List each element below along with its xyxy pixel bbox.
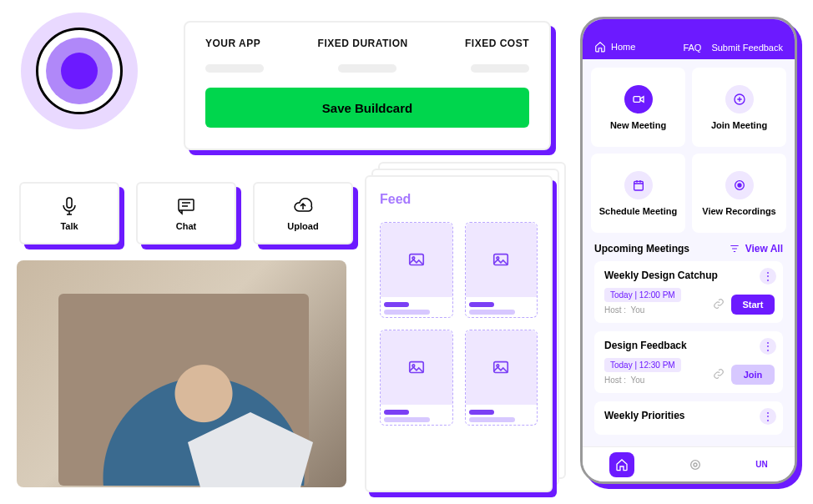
view-recordings-tile[interactable]: View Recordings (692, 154, 786, 233)
meeting-time-badge: Today | 12:30 PM (604, 358, 681, 372)
chat-icon (176, 196, 196, 216)
meeting-title: Design Feedback (604, 340, 775, 351)
talk-card[interactable]: Talk (19, 182, 119, 244)
feed-card: Feed (365, 175, 553, 492)
buildcard-col-app: YOUR APP (205, 38, 260, 49)
faq-link[interactable]: FAQ (683, 43, 701, 53)
record-icon (725, 171, 754, 199)
svg-rect-0 (67, 198, 72, 208)
buildcard-panel: YOUR APP FIXED DURATION FIXED COST Save … (184, 21, 551, 150)
image-icon (407, 359, 426, 377)
meeting-menu-button[interactable]: ⋮ (760, 338, 776, 355)
view-all-link[interactable]: View All (729, 243, 783, 255)
tile-label: New Meeting (610, 120, 666, 130)
chat-card[interactable]: Chat (136, 182, 236, 244)
microphone-icon (59, 196, 79, 216)
image-icon (407, 251, 426, 270)
feed-tile[interactable] (380, 222, 453, 318)
join-meeting-tile[interactable]: Join Meeting (692, 68, 786, 147)
hero-photo (17, 260, 346, 487)
link-icon[interactable] (713, 298, 725, 313)
home-label: Home (611, 42, 635, 52)
meeting-join-button[interactable]: Join (731, 365, 775, 385)
nav-profile-initials[interactable]: UN (755, 460, 767, 469)
tile-label: Join Meeting (711, 120, 767, 130)
video-icon (624, 85, 653, 113)
meeting-time-badge: Today | 12:00 PM (604, 288, 681, 302)
tile-label: View Recordings (702, 206, 775, 216)
bullseye-logo (21, 13, 138, 129)
phone-header: Home FAQ Submit Feedback (583, 19, 795, 59)
talk-label: Talk (60, 221, 78, 231)
buildcard-col-duration: FIXED DURATION (318, 38, 408, 49)
upcoming-heading: Upcoming Meetings (594, 243, 689, 255)
svg-rect-10 (634, 96, 640, 102)
save-buildcard-button[interactable]: Save Buildcard (205, 88, 529, 128)
meeting-menu-button[interactable]: ⋮ (760, 408, 776, 425)
schedule-meeting-tile[interactable]: Schedule Meeting (591, 154, 685, 233)
image-icon (492, 359, 510, 377)
svg-point-15 (690, 460, 699, 469)
skeleton-bar (205, 64, 264, 73)
feed-tile[interactable] (465, 330, 538, 426)
feed-tile[interactable] (465, 222, 538, 318)
meeting-card: Weekly Design Catchup ⋮Today | 12:00 PM … (594, 261, 783, 323)
upload-card[interactable]: Upload (253, 182, 353, 244)
submit-feedback-link[interactable]: Submit Feedback (711, 43, 783, 53)
filter-icon (729, 243, 740, 255)
chat-label: Chat (176, 221, 196, 231)
meeting-menu-button[interactable]: ⋮ (760, 268, 776, 285)
meeting-card: Design Feedback ⋮Today | 12:30 PM Host :… (594, 331, 783, 393)
nav-home-button[interactable] (609, 452, 634, 477)
meeting-title: Weekly Design Catchup (604, 270, 775, 281)
meeting-title: Weekly Priorities (604, 410, 775, 421)
upload-label: Upload (287, 221, 318, 231)
plus-circle-icon (725, 85, 754, 113)
home-icon (594, 41, 606, 53)
home-icon (615, 458, 629, 471)
svg-rect-12 (634, 181, 643, 190)
feed-title: Feed (380, 192, 538, 207)
svg-point-16 (694, 463, 697, 466)
skeleton-bar (471, 64, 529, 73)
meeting-card: Weekly Priorities ⋮ (594, 401, 783, 435)
feed-card-stack: Feed (365, 175, 553, 492)
meeting-start-button[interactable]: Start (731, 295, 775, 315)
nav-record-icon[interactable] (689, 458, 702, 471)
feed-tile[interactable] (380, 330, 453, 426)
calendar-icon (624, 171, 653, 199)
home-link[interactable]: Home (594, 41, 635, 53)
new-meeting-tile[interactable]: New Meeting (591, 68, 685, 147)
buildcard-col-cost: FIXED COST (465, 38, 529, 49)
tile-label: Schedule Meeting (599, 206, 678, 216)
phone-bottom-nav: UN (583, 446, 795, 481)
skeleton-bar (338, 64, 396, 73)
link-icon[interactable] (713, 368, 725, 383)
svg-rect-1 (179, 199, 194, 210)
action-cards-row: Talk Chat Upload (19, 182, 353, 244)
image-icon (492, 251, 510, 270)
cloud-upload-icon (293, 196, 313, 216)
svg-point-14 (738, 184, 741, 187)
phone-mockup: Home FAQ Submit Feedback New Meeting Joi… (580, 17, 797, 484)
